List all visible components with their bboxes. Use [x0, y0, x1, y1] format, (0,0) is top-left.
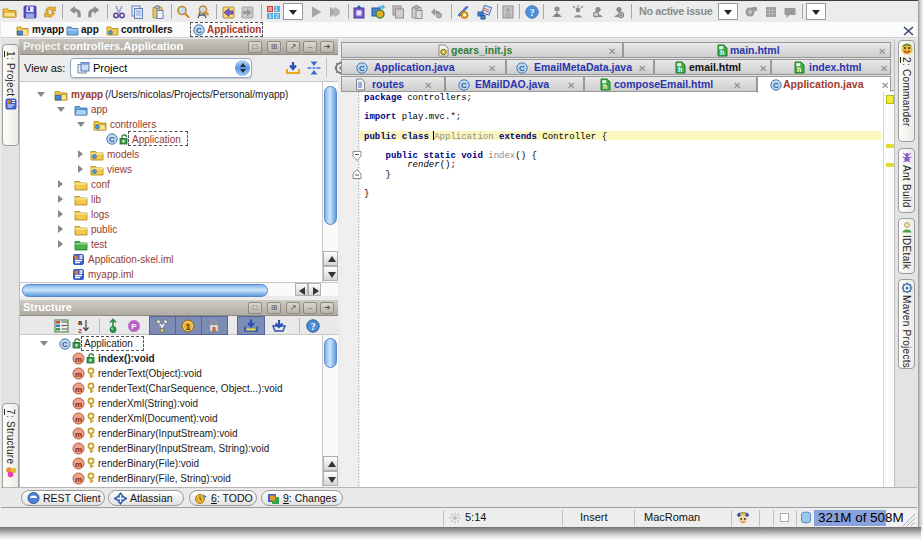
svg-text:z: z: [78, 326, 82, 335]
svg-text:C: C: [359, 64, 365, 73]
svg-text:m: m: [75, 460, 82, 469]
svg-text:m: m: [75, 355, 82, 364]
svg-text:h: h: [720, 49, 724, 56]
svg-text:?: ?: [530, 8, 535, 18]
svg-text:1: 1: [185, 322, 190, 332]
svg-text:P: P: [131, 322, 137, 331]
svg-text:C: C: [196, 26, 202, 35]
svg-text:2: 2: [275, 13, 278, 19]
svg-text:h: h: [678, 66, 682, 73]
svg-text:C: C: [109, 135, 115, 144]
svg-text:h: h: [797, 66, 801, 73]
svg-text:m: m: [75, 430, 82, 439]
svg-text:m: m: [75, 400, 82, 409]
svg-text:1: 1: [268, 13, 271, 19]
svg-text:a: a: [212, 325, 216, 332]
svg-text:m: m: [75, 370, 82, 379]
svg-text:m: m: [75, 385, 82, 394]
svg-text:m: m: [75, 415, 82, 424]
svg-text:m: m: [75, 445, 82, 454]
svg-text:C: C: [519, 64, 525, 73]
svg-text:C: C: [461, 81, 467, 90]
svg-text:C: C: [773, 81, 779, 90]
svg-text:C: C: [62, 340, 68, 349]
svg-text:h: h: [603, 83, 607, 90]
svg-text:?: ?: [311, 322, 316, 332]
svg-text:m: m: [75, 475, 82, 484]
svg-text:1: 1: [274, 6, 277, 12]
